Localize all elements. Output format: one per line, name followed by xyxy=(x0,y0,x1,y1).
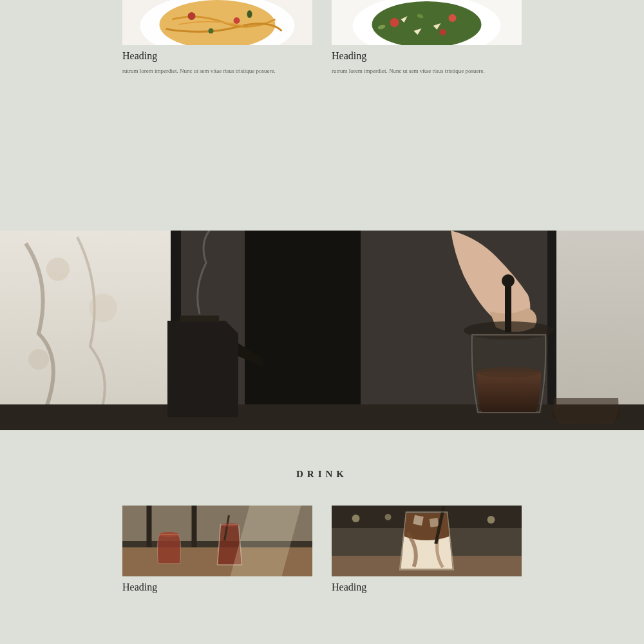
svg-point-27 xyxy=(477,367,541,377)
svg-rect-35 xyxy=(192,506,197,547)
svg-point-10 xyxy=(390,18,399,27)
svg-point-23 xyxy=(28,349,49,370)
food-card-body: rutrum lorem imperdiet. Nunc ut sem vita… xyxy=(332,66,522,76)
drink-card: Heading xyxy=(332,506,522,593)
svg-point-38 xyxy=(222,523,240,527)
food-image-farfalle xyxy=(332,0,522,45)
svg-point-29 xyxy=(502,274,515,287)
food-section: Heading rutrum lorem imperdiet. Nunc ut … xyxy=(122,0,522,76)
svg-rect-20 xyxy=(245,231,361,430)
food-card-heading: Heading xyxy=(122,50,312,62)
drink-image-iced-tea xyxy=(122,506,312,576)
svg-point-5 xyxy=(209,28,214,33)
svg-point-6 xyxy=(247,10,252,18)
food-card-heading: Heading xyxy=(332,50,522,62)
svg-rect-28 xyxy=(505,282,511,332)
svg-rect-46 xyxy=(430,518,439,527)
svg-point-4 xyxy=(234,17,240,24)
svg-rect-24 xyxy=(0,404,644,430)
food-image-pasta xyxy=(122,0,312,45)
food-card: Heading rutrum lorem imperdiet. Nunc ut … xyxy=(122,0,312,76)
drink-card-heading: Heading xyxy=(332,582,522,593)
svg-rect-25 xyxy=(180,316,219,322)
svg-rect-45 xyxy=(413,515,424,526)
drink-section: Heading xyxy=(122,506,522,593)
svg-point-11 xyxy=(449,14,457,22)
drink-image-iced-latte xyxy=(332,506,522,576)
svg-point-22 xyxy=(89,294,117,322)
svg-point-21 xyxy=(46,258,70,281)
svg-point-12 xyxy=(440,29,446,35)
drink-cards-row: Heading xyxy=(122,506,522,593)
hero-image-coffee-pour xyxy=(0,231,644,430)
svg-rect-34 xyxy=(147,506,152,547)
svg-point-44 xyxy=(488,516,495,524)
food-card-body: rutrum lorem imperdiet. Nunc ut sem vita… xyxy=(122,66,312,76)
drink-card-heading: Heading xyxy=(122,582,312,593)
food-card: Heading rutrum lorem imperdiet. Nunc ut … xyxy=(332,0,522,76)
drink-card: Heading xyxy=(122,506,312,593)
food-cards-row: Heading rutrum lorem imperdiet. Nunc ut … xyxy=(122,0,522,76)
svg-point-43 xyxy=(385,514,392,520)
section-title-drink: DRINK xyxy=(0,469,644,480)
svg-point-42 xyxy=(352,515,360,522)
svg-point-3 xyxy=(188,12,196,20)
